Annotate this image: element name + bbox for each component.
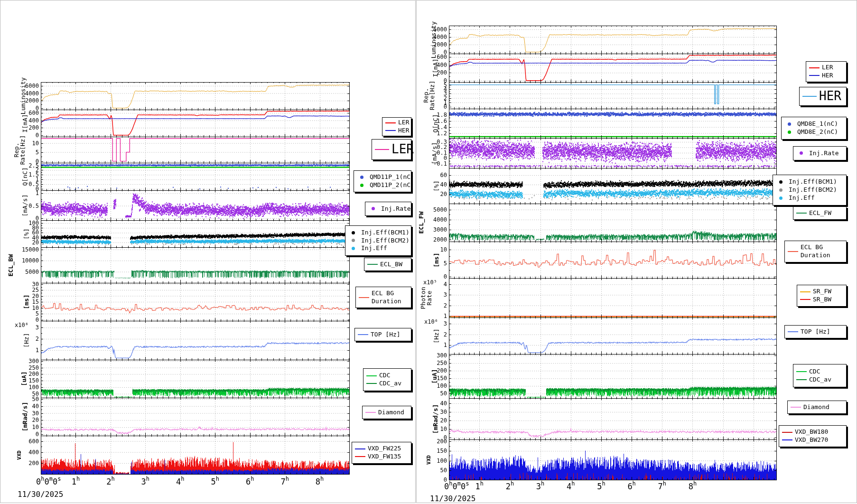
date-label: 11/30/2025 — [18, 490, 63, 499]
her-plots-canvas — [417, 0, 857, 504]
ler-monitor-page: LuminosityI[mA]Rep. Rate[Hz]Q[nC][mA/s][… — [0, 0, 416, 503]
her-monitor-page: LuminosityI[mA]Rep. Rate[Hz]Q[nC][mA/s][… — [416, 0, 857, 503]
beam-background-monitor-dashboard: LuminosityI[mA]Rep. Rate[Hz]Q[nC][mA/s][… — [0, 0, 857, 504]
ler-plots-canvas — [0, 0, 416, 504]
date-label: 11/30/2025 — [430, 494, 475, 503]
